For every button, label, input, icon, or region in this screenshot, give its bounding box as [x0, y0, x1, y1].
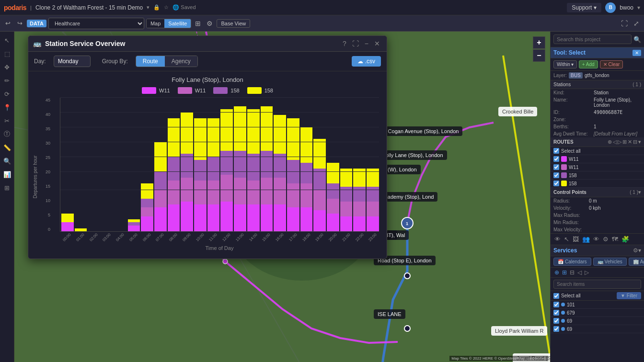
bar-seg-r158b-14 — [247, 109, 260, 154]
sidebar-select-icon[interactable]: ⬚ — [1, 48, 13, 59]
sso-chart-area: Folly Lane (Stop), London W11 W11 158 — [28, 71, 387, 259]
sidebar-chart-icon[interactable]: 📊 — [1, 169, 13, 180]
services-expand-icon[interactable]: ▾ — [638, 247, 641, 254]
support-button[interactable]: Support ▾ — [567, 3, 601, 12]
eye-icon[interactable]: 👁 — [553, 235, 562, 243]
group-by-agency-button[interactable]: Agency — [165, 56, 197, 67]
zoom-in-button[interactable]: + — [533, 36, 545, 49]
route-w11-1-checkbox[interactable] — [553, 156, 559, 162]
sso-close-button[interactable]: ✕ — [372, 39, 382, 48]
control-points-count: ( 1 ) — [630, 190, 638, 195]
dropdown-icon[interactable]: ▾ — [147, 4, 150, 11]
sidebar-label-icon[interactable]: Ⓣ — [1, 128, 13, 140]
right-panel: 🔍 Tool: Select ✕ Within ▾ + Add ✕ Clear … — [550, 32, 644, 362]
vehicles-tab[interactable]: 🚌 Vehicles — [593, 258, 627, 266]
service-679-checkbox[interactable] — [553, 310, 559, 316]
data-selector[interactable]: Healthcare — [48, 18, 144, 29]
base-view-button[interactable]: Base View — [217, 19, 250, 28]
x-tick-23: 23:00 — [365, 233, 379, 242]
sidebar-cursor-icon[interactable]: ↖ — [1, 34, 13, 46]
bar-seg-r158a-12 — [220, 151, 233, 175]
agencies-label: Agencies — [640, 259, 644, 264]
sso-minimize-button[interactable]: − — [363, 39, 370, 48]
within-button[interactable]: Within ▾ — [553, 60, 577, 68]
sidebar-move-icon[interactable]: ✥ — [1, 61, 13, 73]
svc-toolbar-btn-2[interactable]: ⊞ — [561, 269, 568, 276]
route-icon-5[interactable]: ✕ — [628, 139, 632, 145]
x-tick-4: 04:00 — [113, 233, 128, 242]
route-icon-7[interactable]: ▾ — [638, 139, 641, 145]
route-icon-6[interactable]: ⊟ — [633, 139, 637, 145]
zoom-out-button[interactable]: − — [533, 49, 545, 62]
svg-point-10 — [404, 273, 410, 279]
star-icon[interactable]: ☆ — [164, 4, 169, 11]
layers-icon[interactable]: ⊞ — [193, 19, 203, 28]
service-679-name: 679 — [567, 310, 641, 316]
ctrl-max-radius-label: Max Radius: — [553, 213, 587, 218]
services-search-input[interactable] — [553, 280, 641, 289]
vehicles-icon: 🚌 — [598, 259, 603, 264]
search-input[interactable] — [553, 34, 632, 44]
service-101-checkbox[interactable] — [553, 302, 559, 307]
satellite-button[interactable]: Satellite — [164, 19, 191, 28]
undo-button[interactable]: ↩ — [3, 18, 13, 28]
user-dropdown-icon[interactable]: ▾ — [637, 4, 640, 11]
svc-toolbar-btn-3[interactable]: ⊟ — [569, 269, 575, 276]
redo-button[interactable]: ↪ — [15, 18, 25, 28]
users-icon[interactable]: 👥 — [581, 235, 591, 243]
sidebar-search-icon[interactable]: 🔍 — [1, 155, 13, 167]
map-icon[interactable]: 🗺 — [611, 235, 619, 243]
sidebar-route-icon[interactable]: ⟳ — [1, 88, 13, 100]
services-settings-icon[interactable]: ⚙ — [633, 247, 638, 254]
bar-seg-r158b-22 — [353, 169, 366, 186]
route-158-2-checkbox[interactable] — [553, 181, 559, 186]
filter-button[interactable]: ▼ Filter — [617, 292, 641, 299]
route-icon-2[interactable]: ◁ — [613, 139, 617, 145]
bar-seg-r158a-23 — [367, 187, 379, 202]
sidebar-measure-icon[interactable]: 📏 — [1, 142, 13, 153]
service-69-2-checkbox[interactable] — [553, 326, 559, 332]
service-69-1-checkbox[interactable] — [553, 318, 559, 324]
sidebar-pencil-icon[interactable]: ✏ — [1, 75, 13, 86]
services-select-all-checkbox[interactable] — [553, 293, 559, 299]
fullscreen-icon[interactable]: ⛶ — [619, 19, 630, 28]
route-158-1-checkbox[interactable] — [553, 172, 559, 178]
day-selector[interactable]: Monday — [54, 56, 91, 67]
cursor-icon[interactable]: ↖ — [563, 235, 570, 243]
svg-text:1: 1 — [406, 221, 408, 226]
tool-select-close[interactable]: ✕ — [632, 50, 641, 56]
clear-button[interactable]: ✕ Clear — [600, 60, 623, 68]
settings2-icon[interactable]: ⚙ — [602, 235, 610, 243]
route-icon-1[interactable]: ⊕ — [608, 139, 612, 145]
route-icon-3[interactable]: ▷ — [618, 139, 621, 145]
image-icon[interactable]: 🖼 — [572, 235, 580, 243]
control-points-expand-icon[interactable]: ▾ — [638, 189, 641, 195]
bar-seg-r158b-10 — [194, 118, 207, 160]
sso-expand-button[interactable]: ⛶ — [350, 39, 361, 48]
puzzle-icon[interactable]: 🧩 — [621, 235, 630, 243]
routes-select-all-checkbox[interactable] — [553, 148, 559, 154]
sso-help-button[interactable]: ? — [341, 39, 348, 48]
agencies-tab[interactable]: 🏢 Agencies — [629, 258, 644, 266]
map-button[interactable]: Map — [147, 19, 164, 28]
routes-header: ROUTES ⊕ ◁ ▷ ⊞ ✕ ⊟ ▾ — [551, 137, 644, 147]
svc-toolbar-btn-4[interactable]: ◁ — [576, 269, 583, 276]
sidebar-layer-icon[interactable]: ⊞ — [1, 182, 13, 193]
map-area[interactable]: 1 Northumberland Park (S), London Marigo… — [14, 32, 550, 362]
csv-download-button[interactable]: ☁ .csv — [352, 56, 381, 67]
bar-seg-w11b-6 — [141, 207, 153, 216]
settings-icon[interactable]: ⚙ — [205, 19, 215, 28]
expand-icon[interactable]: ⤢ — [632, 19, 641, 28]
route-icon-4[interactable]: ⊞ — [622, 139, 627, 145]
route-w11-2-checkbox[interactable] — [553, 164, 559, 170]
calendars-tab[interactable]: 📅 Calendars — [553, 258, 591, 266]
svc-toolbar-btn-1[interactable]: ⊕ — [553, 269, 560, 276]
sidebar-cut-icon[interactable]: ✂ — [1, 115, 13, 126]
group-by-route-button[interactable]: Route — [136, 56, 165, 67]
sidebar-pin-icon[interactable]: 📍 — [1, 102, 13, 113]
y-tick-45: 45 — [46, 98, 50, 102]
add-button[interactable]: + Add — [579, 60, 598, 68]
eye2-icon[interactable]: 👁 — [592, 235, 600, 243]
bar-seg-r158b-21 — [340, 169, 353, 186]
svc-toolbar-btn-5[interactable]: ▷ — [584, 269, 590, 276]
